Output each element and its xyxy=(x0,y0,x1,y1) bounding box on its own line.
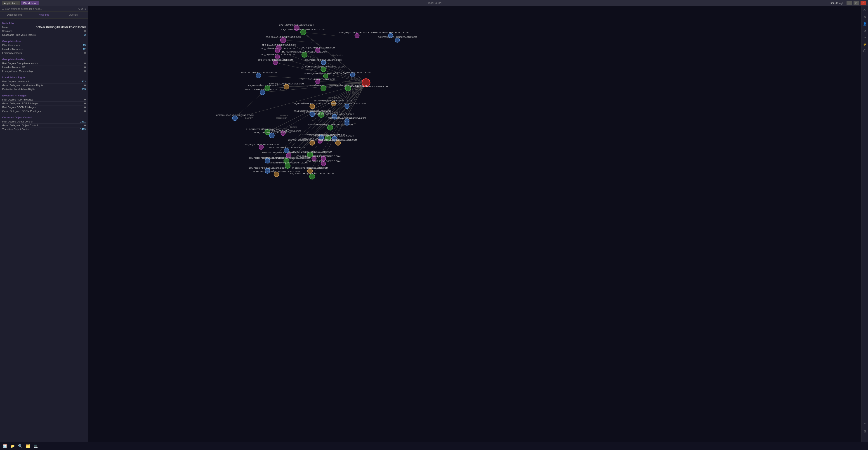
svg-text:FL_COMPUTERS@AD.KRINGLECASTLE.: FL_COMPUTERS@AD.KRINGLECASTLE.COM xyxy=(246,128,289,131)
foreign-members-label: Foreign Members xyxy=(2,52,22,54)
node-gpo-13[interactable]: GPO_13@AD.KRINGLECASTLE.COM xyxy=(266,36,301,43)
node-gpo-7[interactable]: GPO_7@AD.KRINGLECASTLE.COM xyxy=(301,78,335,84)
svg-text:COMP00343 AD.KRINGLECASTLE.COM: COMP00343 AD.KRINGLECASTLE.COM xyxy=(249,167,286,169)
svg-text:ExecuteDCOM: ExecuteDCOM xyxy=(328,97,341,99)
group-delegated-local-admin-value[interactable]: 0 xyxy=(84,84,86,87)
taskbar-search-icon[interactable]: 🔍 xyxy=(17,443,24,449)
svg-text:GPO_7@AD.KRINGLECASTLE.COM: GPO_7@AD.KRINGLECASTLE.COM xyxy=(301,78,335,80)
maximize-button[interactable]: □ xyxy=(854,1,859,5)
first-degree-dcom-value[interactable]: 0 xyxy=(84,106,86,109)
first-degree-rdp-value[interactable]: 0 xyxy=(84,98,86,101)
foreign-group-membership-row: Foreign Group Membership 0 xyxy=(2,69,86,73)
first-degree-object-value[interactable]: 1491 xyxy=(80,120,86,123)
search-input[interactable] xyxy=(5,7,77,10)
svg-point-123 xyxy=(284,84,289,89)
hamburger-icon[interactable]: ☰ xyxy=(2,7,4,10)
node-it00268[interactable]: IT_00268@AD.KRINGLECASTLE.COM xyxy=(294,102,330,109)
reachable-label: Reachable High Value Targets xyxy=(2,33,36,36)
svg-text:DOMAIN_USERS@AD.KRINGLECASTLE.: DOMAIN_USERS@AD.KRINGLECASTLE.COM xyxy=(304,73,347,75)
direct-members-value[interactable]: 15 xyxy=(83,44,86,47)
tab-queries[interactable]: Queries xyxy=(59,11,88,18)
unrolled-member-of-value[interactable]: 0 xyxy=(84,66,86,68)
main-layout: ☰ A ✕ ≡ Database Info Node Info Queries … xyxy=(0,6,868,442)
group-delegated-dcom-value[interactable]: 0 xyxy=(84,110,86,113)
title-bar-right: KS's Kringl... ─ □ ✕ xyxy=(831,1,866,5)
taskbar-files-icon[interactable]: 📁 xyxy=(9,443,16,449)
node-comp00104[interactable]: COMP00164 AD.KRINGLECASTLE.COM xyxy=(305,59,342,65)
transitive-object-value[interactable]: 1493 xyxy=(80,128,86,131)
group-delegated-rdp-value[interactable]: 0 xyxy=(84,102,86,105)
tab-database-info[interactable]: Database Info xyxy=(0,11,29,18)
svg-point-141 xyxy=(395,38,400,42)
toolbar-refresh-button[interactable]: ⟳ xyxy=(862,8,867,13)
svg-point-119 xyxy=(265,159,270,163)
svg-text:COMP00100 AD.KRINGLECASTLE.COM: COMP00100 AD.KRINGLECASTLE.COM xyxy=(216,114,254,116)
tab-bloodhound[interactable]: BloodHound xyxy=(21,1,39,5)
first-degree-object-label: First Degree Object Control xyxy=(2,120,33,123)
taskbar: 🪟 📁 🔍 🗂️ 💻 xyxy=(0,442,868,450)
outbound-object-title: Outbound Object Control xyxy=(2,116,86,119)
svg-text:ECLAB00091@AD.KRINGLECASTLE.CO: ECLAB00091@AD.KRINGLECASTLE.COM xyxy=(314,100,353,102)
search-target-icon[interactable]: ✕ xyxy=(81,7,83,10)
search-lock-icon[interactable]: A xyxy=(78,7,80,10)
toolbar-add-button[interactable]: ⊕ xyxy=(862,15,867,20)
graph-area[interactable]: HasSession MemberOf MemberOf ExecuteDCOM… xyxy=(88,6,861,442)
svg-point-105 xyxy=(310,112,315,117)
foreign-members-row: Foreign Members 0 xyxy=(2,51,86,55)
sessions-label: Sessions xyxy=(2,30,12,32)
sidebar: ☰ A ✕ ≡ Database Info Node Info Queries … xyxy=(0,6,88,442)
node-gpo-10[interactable]: GPO_10@AD.KRINGLECASTLE.COM xyxy=(260,53,295,59)
unrolled-members-value[interactable]: 12 xyxy=(83,48,86,51)
toolbar-zoom-in-button[interactable]: + xyxy=(862,421,867,426)
foreign-group-membership-value[interactable]: 0 xyxy=(84,70,86,73)
node-comp00058[interactable]: COMP_00058 AD.KRINGLECASTLE.COM xyxy=(253,132,291,138)
node-info-panel: Node Info Name DOMAIN ADMINS@AD.KRINGLEC… xyxy=(0,19,88,442)
derivative-local-admin-value[interactable]: 503 xyxy=(82,88,86,90)
tab-node-info[interactable]: Node Info xyxy=(29,11,59,18)
search-filter-icon[interactable]: ≡ xyxy=(85,7,86,10)
first-degree-rdp-row: First Degree RDP Privileges 0 xyxy=(2,98,86,102)
close-button[interactable]: ✕ xyxy=(861,1,866,5)
tab-applications[interactable]: Applications xyxy=(2,1,20,5)
node-comp-far-2[interactable]: COMP00128@AD.KRINGLECASTLE.COM xyxy=(378,36,417,42)
toolbar-settings-button[interactable]: ⚙ xyxy=(862,28,867,33)
node-gpo-far-1[interactable]: GPO_16@AD.KRINGLECASTLE.COM xyxy=(340,31,375,38)
node-info-section-title: Node Info xyxy=(2,22,86,24)
node-gpo-17[interactable]: GPO_17@AD.KRINGLECASTLE.COM xyxy=(258,59,293,65)
node-comp00397[interactable]: COMP00397 AD.KRINGLECASTLE.COM xyxy=(240,72,277,78)
toolbar-info-button[interactable]: ⓘ xyxy=(862,49,867,53)
taskbar-apps-icon[interactable]: 🗂️ xyxy=(25,443,31,449)
toolbar-user-button[interactable]: 👤 xyxy=(862,21,867,26)
toolbar-zoom-out-button[interactable]: − xyxy=(862,435,867,441)
node-comp00431[interactable] xyxy=(345,121,349,125)
group-delegated-object-value[interactable]: 0 xyxy=(84,124,86,127)
node-comp00316[interactable]: COMP00316 AD.KRINGLECASTLE.COM xyxy=(244,88,281,95)
first-degree-local-admin-value[interactable]: 503 xyxy=(82,80,86,83)
foreign-members-value[interactable]: 0 xyxy=(84,52,86,54)
svg-point-127 xyxy=(310,104,315,109)
group-delegated-local-admin-row: Group Delegated Local Admin Rights 0 xyxy=(2,84,86,87)
sessions-value[interactable]: 0 xyxy=(84,30,86,32)
svg-text:MemberOf: MemberOf xyxy=(279,115,288,117)
svg-text:GPO_2@AD.KRINGLECASTLE.COM: GPO_2@AD.KRINGLECASTLE.COM xyxy=(261,44,296,46)
toolbar-zoom-reset-button[interactable]: ⊡ xyxy=(862,429,867,434)
minimize-button[interactable]: ─ xyxy=(846,1,852,5)
taskbar-terminal-icon[interactable]: 💻 xyxy=(33,443,39,449)
toolbar-export-button[interactable]: ↗ xyxy=(862,35,867,40)
node-itako[interactable]: ITAKO0084@AD.KRINGLECASTLE.COM xyxy=(319,139,357,145)
nodes[interactable]: GPO_14@AD.KRINGLECASTLE.COM GPO_13@AD.KR… xyxy=(216,24,417,179)
svg-point-135 xyxy=(274,172,279,177)
svg-point-103 xyxy=(260,90,265,95)
svg-point-153 xyxy=(345,121,349,125)
toolbar-lightning-button[interactable]: ⚡ xyxy=(862,41,867,47)
svg-text:GPO_16@AD.KRINGLECASTLE.COM: GPO_16@AD.KRINGLECASTLE.COM xyxy=(340,31,375,34)
svg-point-149 xyxy=(345,104,349,109)
svg-text:COMP00397 AD.KRINGLECASTLE.COM: COMP00397 AD.KRINGLECASTLE.COM xyxy=(240,72,277,74)
reachable-value[interactable]: 2 xyxy=(84,33,86,36)
first-degree-group-value[interactable]: 0 xyxy=(84,62,86,65)
node-va-computers[interactable]: VA_COMPUTERS@AD.KRINGLECASTLE.COM xyxy=(290,172,334,179)
svg-text:AL_COMPUTERS@AD.KRINGLECASTLE.: AL_COMPUTERS@AD.KRINGLECASTLE.COM xyxy=(302,66,345,68)
taskbar-windows-icon[interactable]: 🪟 xyxy=(2,443,8,449)
transitive-object-label: Transitive Object Control xyxy=(2,128,30,131)
group-delegated-rdp-row: Group Delegated RDP Privileges 0 xyxy=(2,102,86,106)
